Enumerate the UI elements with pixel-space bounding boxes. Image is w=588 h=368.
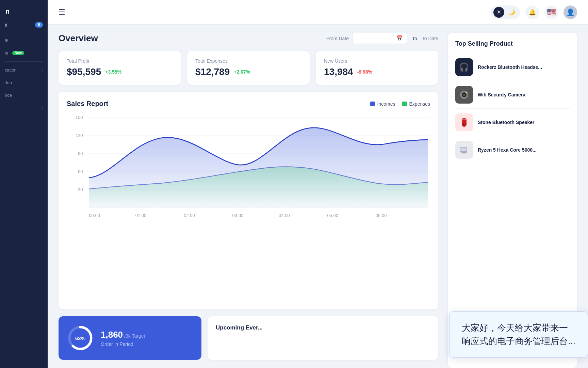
- light-theme-button[interactable]: ☀: [493, 7, 504, 18]
- expense-legend-dot: [402, 102, 407, 106]
- income-legend-dot: [370, 102, 375, 106]
- income-legend-label: Incomes: [377, 101, 395, 107]
- sales-chart: 150 120 90 60 30 00:00 01:00 02:00 03:00…: [67, 114, 430, 223]
- stat-change-profit: +3.55%: [105, 69, 121, 75]
- to-label: To: [411, 36, 419, 41]
- sidebar: n d 6 ⊞ le New cation › Jon nce ›: [0, 0, 48, 368]
- sidebar-item-extra[interactable]: ›: [0, 102, 48, 113]
- chat-overlay: 大家好，今天给大家带来一响应式的电子商务管理后台...: [449, 311, 588, 358]
- stat-value-row-users: 13,984 -9.98%: [324, 66, 430, 77]
- svg-text:120: 120: [76, 134, 83, 138]
- from-date-label: From Date: [326, 36, 349, 41]
- bottom-row: 62% 1,860 /3k Target Order In Period Upc…: [59, 316, 438, 368]
- product-icon-stone-speaker: [455, 113, 473, 131]
- flag-icon: 🇺🇸: [547, 8, 556, 17]
- sales-legend: Incomes Expenses: [370, 101, 430, 107]
- order-card: 62% 1,860 /3k Target Order In Period: [59, 316, 201, 360]
- product-item-ryzen[interactable]: Ryzen 5 Hexa Core 5600...: [455, 136, 570, 164]
- to-date-label: To Date: [422, 36, 438, 41]
- order-count: 1,860: [101, 329, 123, 340]
- stat-card-total-profit: Total Profit $95,595 +3.55%: [59, 51, 181, 85]
- upcoming-title: Upcoming Ever...: [216, 324, 430, 331]
- sidebar-divider-1: [5, 32, 43, 32]
- menu-icon[interactable]: ☰: [59, 8, 65, 17]
- sidebar-item-products[interactable]: le New: [0, 47, 48, 59]
- theme-toggle: ☀ 🌙: [491, 5, 520, 19]
- language-selector[interactable]: 🇺🇸: [544, 5, 558, 19]
- stat-label-profit: Total Profit: [67, 58, 173, 64]
- svg-text:01:00: 01:00: [135, 214, 147, 218]
- product-icon-rockerz: 🎧: [455, 58, 473, 76]
- sidebar-item-dashboard[interactable]: ⊞: [0, 34, 48, 47]
- upcoming-card: Upcoming Ever...: [208, 316, 438, 360]
- product-item-stone-speaker[interactable]: Stone Bluetooth Speaker: [455, 109, 570, 136]
- stat-value-profit: $95,595: [67, 66, 101, 77]
- user-avatar[interactable]: 👤: [564, 5, 577, 19]
- expense-legend-label: Expenses: [409, 101, 430, 107]
- product-item-wifi-camera[interactable]: Wifi Security Camera: [455, 81, 570, 109]
- chat-overlay-text: 大家好，今天给大家带来一响应式的电子商务管理后台...: [462, 323, 575, 346]
- svg-text:02:00: 02:00: [184, 214, 195, 218]
- order-progress-label: 62%: [75, 335, 85, 341]
- product-icon-ryzen: [455, 141, 473, 159]
- order-info: 1,860 /3k Target Order In Period: [101, 329, 145, 347]
- chart-svg: 150 120 90 60 30 00:00 01:00 02:00 03:00…: [67, 114, 430, 223]
- stat-card-total-expenses: Total Expenses $12,789 +2.67%: [187, 51, 310, 85]
- stat-value-row-expenses: $12,789 +2.67%: [195, 66, 301, 77]
- svg-text:00:00: 00:00: [89, 214, 100, 218]
- sidebar-divider-2: [5, 61, 43, 62]
- sales-report-card: Sales Report Incomes Expenses: [59, 92, 438, 309]
- stat-card-new-users: New Users 13,984 -9.98%: [316, 51, 438, 85]
- notification-button[interactable]: 🔔: [525, 5, 539, 19]
- top-selling-title: Top Selling Product: [455, 40, 570, 47]
- dark-theme-button[interactable]: 🌙: [506, 7, 517, 18]
- svg-text:30: 30: [78, 188, 83, 192]
- stat-value-users: 13,984: [324, 66, 353, 77]
- stat-cards: Total Profit $95,595 +3.55% Total Expens…: [59, 51, 438, 85]
- date-filter-row: From Date 📅 To To Date: [326, 33, 438, 44]
- from-date-input[interactable]: [357, 36, 394, 41]
- svg-text:03:00: 03:00: [232, 214, 244, 218]
- legend-income: Incomes: [370, 101, 395, 107]
- sidebar-new-badge: New: [12, 51, 24, 55]
- svg-point-23: [466, 92, 467, 93]
- topbar: ☰ ☀ 🌙 🔔 🇺🇸 👤: [48, 0, 588, 25]
- product-name-stone-speaker: Stone Bluetooth Speaker: [478, 120, 570, 125]
- stat-value-expenses: $12,789: [195, 66, 230, 77]
- bell-icon: 🔔: [528, 9, 536, 16]
- sidebar-badge-row: d 6: [0, 19, 48, 30]
- sidebar-logo: n: [0, 0, 48, 19]
- sidebar-item-jon[interactable]: Jon: [0, 76, 48, 89]
- from-date-input-wrap[interactable]: 📅: [352, 33, 407, 44]
- svg-text:04:00: 04:00: [279, 214, 290, 218]
- order-sublabel: Order In Period: [101, 341, 145, 347]
- order-progress-wrap: 62%: [67, 324, 94, 352]
- stat-change-users: -9.98%: [357, 69, 372, 75]
- svg-rect-30: [461, 152, 467, 153]
- sidebar-item-location[interactable]: cation ›: [0, 64, 48, 76]
- svg-rect-24: [462, 118, 467, 127]
- svg-text:90: 90: [78, 152, 83, 156]
- svg-text:06:00: 06:00: [376, 214, 387, 218]
- product-list: 🎧 Rockerz Bluetooth Headse...: [455, 53, 570, 164]
- sidebar-item-ice[interactable]: nce: [0, 89, 48, 102]
- sidebar-arrow-extra: ›: [42, 105, 43, 109]
- product-name-ryzen: Ryzen 5 Hexa Core 5600...: [478, 147, 570, 153]
- stat-value-row-profit: $95,595 +3.55%: [67, 66, 173, 77]
- sidebar-nav-label: d: [5, 22, 7, 28]
- order-target: /3k Target: [124, 333, 145, 339]
- sidebar-nav-badge: 6: [35, 22, 43, 28]
- legend-expense: Expenses: [402, 101, 430, 107]
- svg-rect-31: [463, 153, 466, 154]
- sales-report-title: Sales Report: [67, 100, 108, 108]
- stat-change-expenses: +2.67%: [234, 69, 250, 75]
- avatar-icon: 👤: [566, 8, 575, 16]
- product-item-rockerz[interactable]: 🎧 Rockerz Bluetooth Headse...: [455, 53, 570, 81]
- product-icon-wifi-camera: [455, 86, 473, 104]
- svg-point-27: [463, 123, 465, 125]
- svg-text:150: 150: [76, 116, 83, 120]
- stat-label-users: New Users: [324, 58, 430, 64]
- product-name-rockerz: Rockerz Bluetooth Headse...: [478, 64, 570, 70]
- calendar-icon-from: 📅: [396, 35, 403, 42]
- svg-point-22: [463, 94, 466, 96]
